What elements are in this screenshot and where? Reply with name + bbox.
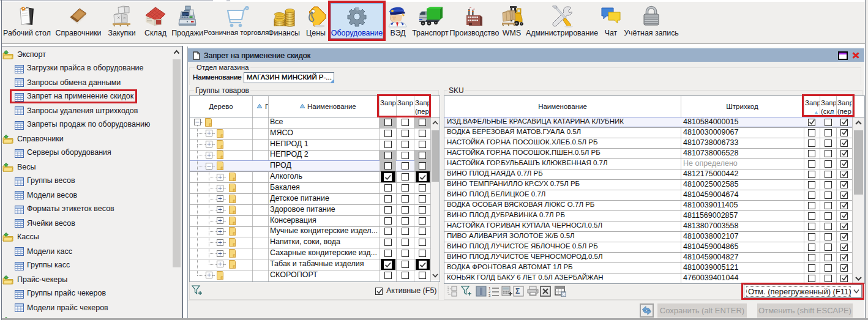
svg-text:3: 3 — [488, 294, 491, 297]
svg-text:Σ: Σ — [515, 287, 520, 296]
